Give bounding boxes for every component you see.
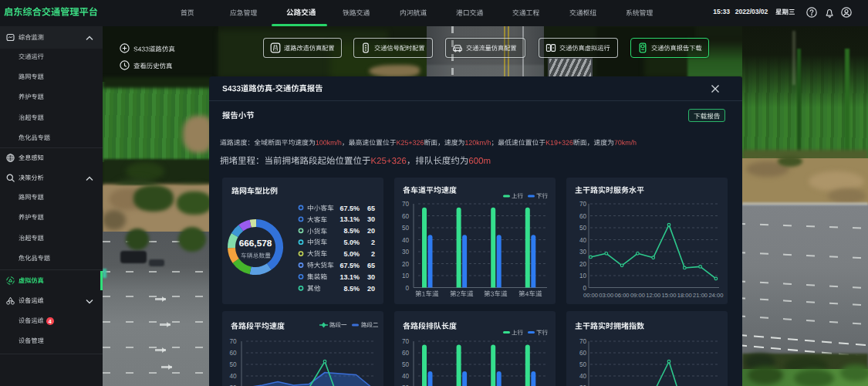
svg-text:15:00: 15:00 xyxy=(661,292,676,299)
svg-text:2: 2 xyxy=(371,239,375,246)
svg-text:40: 40 xyxy=(579,373,587,380)
svg-text:0: 0 xyxy=(583,285,586,292)
svg-text:70: 70 xyxy=(579,201,587,208)
svg-text:70: 70 xyxy=(229,338,237,345)
svg-text:06:00: 06:00 xyxy=(615,292,630,299)
svg-text:8.5%: 8.5% xyxy=(343,227,360,235)
svg-text:21:00: 21:00 xyxy=(693,292,708,299)
svg-text:60: 60 xyxy=(579,213,587,220)
svg-text:50: 50 xyxy=(229,361,237,368)
svg-text:10: 10 xyxy=(402,273,410,279)
svg-text:60: 60 xyxy=(402,350,410,357)
svg-text:20: 20 xyxy=(367,285,375,293)
svg-text:40: 40 xyxy=(402,373,410,380)
svg-text:30: 30 xyxy=(402,249,410,256)
svg-text:30: 30 xyxy=(367,215,375,223)
svg-text:50: 50 xyxy=(402,225,410,232)
svg-text:50: 50 xyxy=(579,361,587,368)
svg-text:03:00: 03:00 xyxy=(599,292,613,299)
svg-text:5.0%: 5.0% xyxy=(343,250,360,258)
svg-text:0: 0 xyxy=(405,285,409,292)
svg-text:24:00: 24:00 xyxy=(708,292,723,299)
svg-text:50: 50 xyxy=(402,361,410,368)
svg-text:40: 40 xyxy=(229,373,237,380)
svg-text:13.1%: 13.1% xyxy=(339,215,360,223)
svg-text:40: 40 xyxy=(402,237,410,244)
svg-text:2: 2 xyxy=(371,250,375,258)
svg-text:09:00: 09:00 xyxy=(630,292,645,299)
svg-text:00:00: 00:00 xyxy=(583,292,598,299)
svg-text:8.5%: 8.5% xyxy=(343,285,360,293)
svg-text:67.5%: 67.5% xyxy=(339,262,360,269)
svg-text:70: 70 xyxy=(402,201,410,208)
svg-text:70: 70 xyxy=(579,338,587,345)
svg-text:12:00: 12:00 xyxy=(646,292,660,299)
svg-text:13.1%: 13.1% xyxy=(339,273,360,281)
svg-text:666,578: 666,578 xyxy=(239,238,272,249)
svg-text:5.0%: 5.0% xyxy=(343,239,360,246)
svg-text:10: 10 xyxy=(579,273,587,279)
svg-text:70: 70 xyxy=(402,338,410,345)
svg-text:18:00: 18:00 xyxy=(677,292,692,299)
svg-text:65: 65 xyxy=(367,262,375,269)
svg-text:67.5%: 67.5% xyxy=(339,205,360,212)
svg-text:20: 20 xyxy=(579,261,587,268)
svg-text:20: 20 xyxy=(367,227,375,235)
svg-text:30: 30 xyxy=(579,249,587,256)
svg-text:50: 50 xyxy=(579,225,587,232)
svg-text:60: 60 xyxy=(229,350,237,357)
svg-text:60: 60 xyxy=(579,350,587,357)
svg-text:40: 40 xyxy=(579,237,587,244)
svg-text:65: 65 xyxy=(367,205,375,212)
svg-text:30: 30 xyxy=(367,273,375,281)
svg-text:60: 60 xyxy=(402,213,410,220)
svg-text:20: 20 xyxy=(402,261,410,268)
